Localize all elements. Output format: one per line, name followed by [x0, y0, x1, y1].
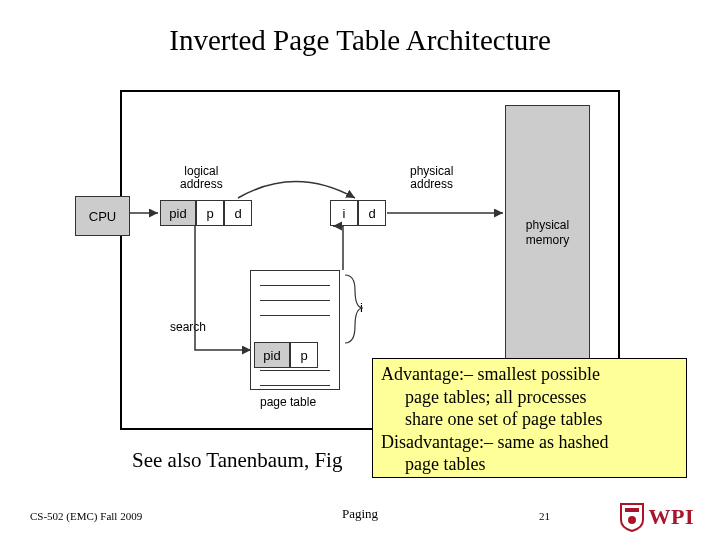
see-also-text: See also Tanenbaum, Fig	[132, 448, 342, 473]
search-label: search	[170, 320, 206, 334]
logical-address-label: logical address	[180, 165, 223, 191]
table-row	[260, 285, 330, 286]
logo-text: WPI	[649, 504, 695, 530]
table-cell-pid: pid	[254, 342, 290, 368]
note-line: Advantage:– smallest possible	[381, 363, 678, 386]
footer-topic: Paging	[0, 506, 720, 522]
physical-memory-box: physical memory	[505, 105, 590, 360]
table-row	[260, 315, 330, 316]
table-cell-p: p	[290, 342, 318, 368]
table-row	[260, 385, 330, 386]
cell-pid: pid	[160, 200, 196, 226]
table-row	[260, 370, 330, 371]
cell-d2: d	[358, 200, 386, 226]
note-line: page tables	[381, 453, 678, 476]
table-row	[260, 300, 330, 301]
slide-title: Inverted Page Table Architecture	[0, 24, 720, 57]
page-table-label: page table	[260, 395, 316, 409]
wpi-logo: WPI	[619, 502, 695, 532]
cpu-box: CPU	[75, 196, 130, 236]
shield-icon	[619, 502, 645, 532]
advantage-note: Advantage:– smallest possible page table…	[372, 358, 687, 478]
cell-p: p	[196, 200, 224, 226]
svg-point-3	[628, 516, 636, 524]
cell-i: i	[330, 200, 358, 226]
svg-rect-2	[625, 508, 639, 512]
page-table-box	[250, 270, 340, 390]
note-line: page tables; all processes	[381, 386, 678, 409]
i-brace-label: i	[360, 300, 363, 315]
note-line: Disadvantage:– same as hashed	[381, 431, 678, 454]
note-line: share one set of page tables	[381, 408, 678, 431]
slide-number: 21	[539, 510, 550, 522]
physical-address-label: physical address	[410, 165, 453, 191]
cell-d: d	[224, 200, 252, 226]
